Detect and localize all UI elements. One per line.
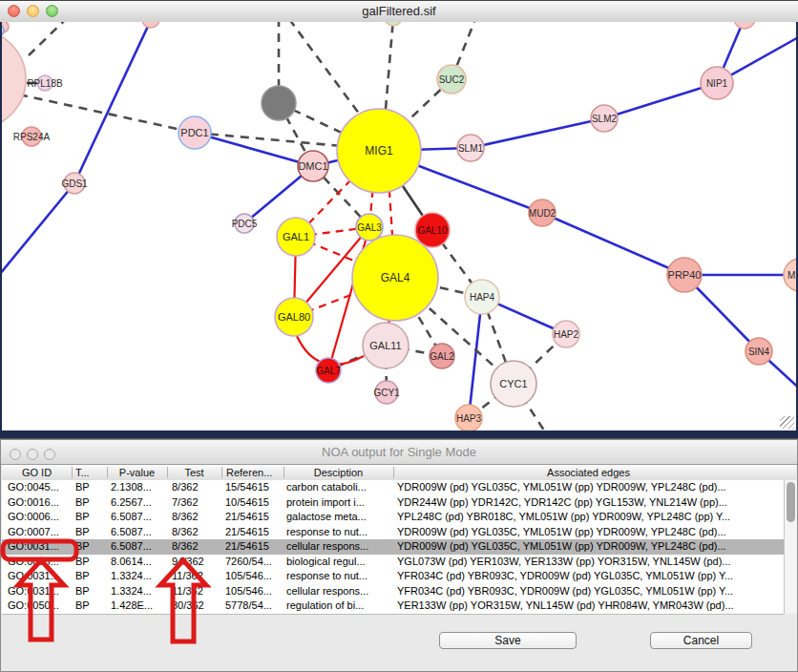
node-label: HAP4 — [470, 292, 495, 303]
table-cell: YFR034C (pd) YBR093C, YDR009W (pd) YGL03… — [397, 584, 784, 599]
table-cell: YDR244W (pp) YDR142C, YDR142C (pp) YGL15… — [397, 495, 784, 511]
graph-window-title: galFiltered.sif — [0, 1, 798, 22]
save-button[interactable]: Save — [439, 632, 577, 649]
table-cell: response to nut... — [286, 569, 392, 584]
graph-edge — [74, 22, 151, 183]
table-cell: 1.428E... — [111, 598, 166, 614]
node-unlabeled[interactable] — [142, 22, 159, 28]
node-label: PRP40 — [668, 269, 702, 281]
table-cell: biological regul... — [286, 555, 392, 570]
table-cell: cellular respons... — [286, 539, 392, 555]
table-cell: GO:0045... — [8, 480, 71, 495]
noa-window-titlebar[interactable]: NOA output for Single Mode — [1, 440, 797, 465]
table-row[interactable]: GO:0031...BP1.3324...11/362105/546...res… — [2, 569, 784, 584]
table-cell: 94/362 — [172, 555, 220, 570]
column-header-p-value[interactable]: P-value — [107, 465, 167, 480]
table-cell: BP — [75, 525, 106, 540]
graph-edge — [542, 213, 684, 275]
table-cell: YGL073W (pd) YER103W, YER133W (pp) YOR31… — [397, 555, 784, 570]
table-cell: YDR009W (pd) YGL035C, YML051W (pp) YDR00… — [397, 480, 784, 495]
graph-edge — [2, 183, 74, 280]
node-label: PDC1 — [180, 127, 208, 138]
table-row[interactable]: GO:0065...BP8.0614...94/3627260/54...bio… — [2, 555, 784, 570]
table-cell: 7/362 — [172, 495, 220, 511]
column-header-associated-edges[interactable]: Associated edges — [393, 465, 784, 480]
node-label: SUC2 — [439, 74, 465, 85]
window-noa-output: NOA output for Single Mode GO IDT...P-va… — [0, 439, 798, 672]
table-cell: 21/54615 — [225, 510, 282, 525]
column-separator[interactable] — [221, 467, 222, 478]
node-label: MSL5 — [788, 270, 796, 281]
node-label: GAL4 — [381, 271, 410, 284]
table-cell: 6.5087... — [111, 510, 166, 525]
table-row[interactable]: GO:0045...BP2.1308...8/36215/54615carbon… — [2, 480, 784, 495]
table-cell: 5778/54... — [225, 598, 282, 614]
graph-edge — [469, 297, 482, 418]
node-label: NIP1 — [706, 78, 728, 89]
noa-window-title: NOA output for Single Mode — [1, 440, 797, 464]
node-label: PDC5 — [232, 219, 258, 229]
table-cell: GO:0016... — [8, 495, 71, 511]
resize-grip-icon[interactable] — [780, 416, 794, 429]
node-label: CYC1 — [499, 378, 527, 389]
node-label: SIN4 — [748, 346, 770, 357]
table-cell: GO:0031... — [8, 584, 71, 599]
table-cell: YER133W (pp) YOR315W, YNL145W (pd) YHR08… — [397, 598, 784, 614]
column-separator[interactable] — [393, 467, 394, 478]
table-row[interactable]: GO:0050...BP1.428E...80/3625778/54...reg… — [2, 598, 784, 614]
graph-edge — [604, 83, 717, 118]
column-header-desciption[interactable]: Desciption — [284, 465, 393, 480]
table-cell: 10/54615 — [225, 495, 282, 511]
table-cell: 6.2567... — [111, 495, 166, 511]
table-cell: 8/362 — [172, 525, 220, 540]
column-header-test[interactable]: Test — [167, 465, 221, 480]
table-cell: BP — [75, 584, 106, 599]
column-header-referen-[interactable]: Referen... — [226, 465, 284, 480]
table-cell: 7260/54... — [225, 555, 282, 570]
column-separator[interactable] — [284, 467, 284, 478]
graph-window-titlebar[interactable]: galFiltered.sif — [0, 1, 798, 23]
table-cell: BP — [75, 569, 106, 584]
table-cell: carbon cataboli... — [286, 480, 392, 495]
node-unlabeled[interactable] — [262, 86, 296, 120]
table-row[interactable]: GO:0031...BP1.3324...11/362105/546...cel… — [2, 584, 784, 599]
table-cell: BP — [75, 555, 106, 570]
table-row[interactable]: GO:0016...BP6.2567...7/36210/54615protei… — [2, 495, 784, 511]
table-row[interactable]: GO:0006...BP6.5087...8/36221/54615galact… — [2, 510, 784, 525]
column-separator[interactable] — [167, 467, 168, 478]
node-unlabeled[interactable] — [2, 30, 26, 129]
window-galfiltered: galFiltered.sif RPL18BRPS24AGDS1PDC1DMC1… — [0, 0, 798, 437]
column-header-t-[interactable]: T... — [75, 465, 105, 480]
table-cell: 8/362 — [172, 510, 220, 525]
node-label: MIG1 — [365, 144, 393, 158]
node-unlabeled[interactable] — [385, 22, 402, 26]
table-cell: 6.5087... — [111, 525, 166, 540]
table-cell: 21/54615 — [225, 525, 282, 540]
table-cell: 11/362 — [172, 569, 220, 584]
vertical-scrollbar[interactable] — [784, 480, 797, 614]
table-cell: 15/54615 — [225, 480, 282, 495]
table-cell: GO:0031... — [8, 569, 71, 584]
node-label: HAP2 — [554, 329, 579, 340]
column-header-go-id[interactable]: GO ID — [2, 465, 72, 480]
table-cell: protein import i... — [286, 495, 392, 511]
node-label: GAL80 — [278, 311, 310, 323]
table-row[interactable]: GO:0007...BP6.5087...8/36221/54615respon… — [2, 525, 784, 540]
table-cell: 1.3324... — [111, 584, 166, 599]
table-cell: response to nut... — [286, 525, 392, 540]
table-cell: BP — [75, 480, 106, 495]
scrollbar-thumb[interactable] — [787, 482, 795, 522]
network-canvas[interactable]: RPL18BRPS24AGDS1PDC1DMC1MIG1SUC2NIP1SLM2… — [2, 22, 796, 430]
column-separator[interactable] — [72, 467, 73, 478]
node-label: RPS24A — [13, 132, 51, 142]
graph-edge — [289, 22, 368, 125]
table-row[interactable]: GO:0031...BP6.5087...8/36221/54615cellul… — [2, 539, 784, 555]
node-unlabeled[interactable] — [734, 22, 755, 29]
column-separator[interactable] — [107, 467, 108, 478]
cancel-button[interactable]: Cancel — [650, 632, 752, 649]
table-cell: 1.3324... — [111, 569, 166, 584]
table-cell: GO:0050... — [8, 598, 71, 614]
table-cell: BP — [75, 510, 106, 525]
table-cell: BP — [75, 539, 106, 555]
node-label: GAL10 — [417, 225, 448, 236]
